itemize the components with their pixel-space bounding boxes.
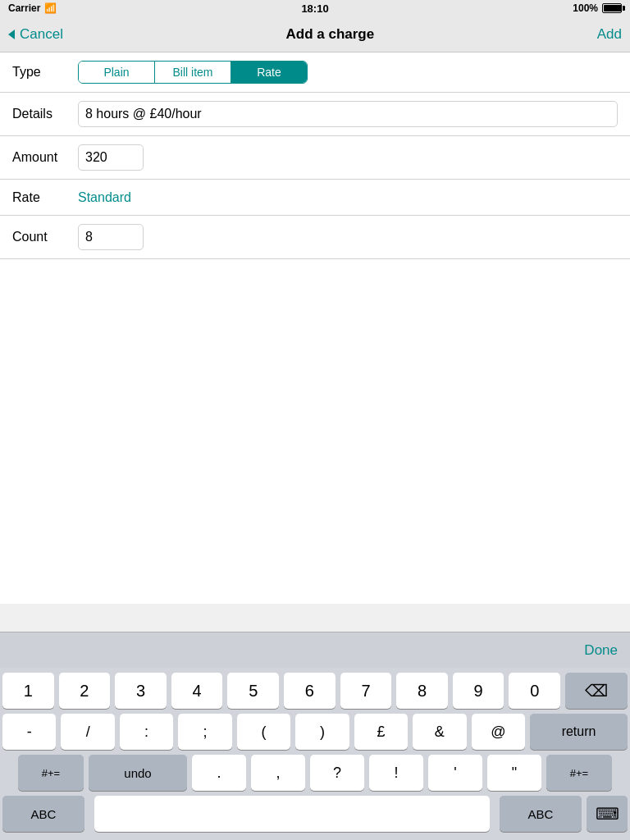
key-9[interactable]: 9 <box>453 673 504 709</box>
rate-value-container: Standard <box>78 190 618 205</box>
key-dash[interactable]: - <box>2 714 56 750</box>
key-3[interactable]: 3 <box>115 673 167 709</box>
back-chevron-icon <box>8 30 15 39</box>
key-colon[interactable]: : <box>120 714 173 750</box>
key-at[interactable]: @ <box>472 714 525 750</box>
key-period[interactable]: . <box>192 755 246 791</box>
key-space[interactable] <box>94 796 490 832</box>
type-value: Plain Bill item Rate <box>78 61 618 84</box>
type-segmented-control: Plain Bill item Rate <box>78 61 308 84</box>
count-row: Count <box>0 216 630 259</box>
status-bar: Carrier 📶 18:10 100% <box>0 0 630 16</box>
key-6[interactable]: 6 <box>284 673 336 709</box>
done-button[interactable]: Done <box>584 642 618 659</box>
type-row: Type Plain Bill item Rate <box>0 52 630 93</box>
return-key[interactable]: return <box>530 714 628 750</box>
backspace-key[interactable]: ⌫ <box>565 673 628 709</box>
key-5[interactable]: 5 <box>227 673 279 709</box>
key-pound[interactable]: £ <box>354 714 408 750</box>
key-close-paren[interactable]: ) <box>295 714 349 750</box>
details-value-container <box>78 101 618 127</box>
key-0[interactable]: 0 <box>509 673 560 709</box>
count-label: Count <box>12 230 78 244</box>
status-left: Carrier 📶 <box>8 2 57 14</box>
battery-icon <box>602 3 622 13</box>
keyboard: 1 2 3 4 5 6 7 8 9 0 ⌫ - / : ; ( ) £ & @ … <box>0 668 630 840</box>
rate-row: Rate Standard <box>0 180 630 216</box>
add-button[interactable]: Add <box>597 26 622 43</box>
seg-plain[interactable]: Plain <box>79 62 155 83</box>
page-title: Add a charge <box>285 26 374 43</box>
amount-label: Amount <box>12 150 78 165</box>
keyboard-container: Done 1 2 3 4 5 6 7 8 9 0 ⌫ - / : ; ( ) £… <box>0 632 630 840</box>
key-apostrophe[interactable]: ' <box>428 755 482 791</box>
key-hashplus2[interactable]: #+= <box>546 755 612 791</box>
count-input[interactable] <box>78 224 144 250</box>
count-value-container <box>78 224 618 250</box>
key-8[interactable]: 8 <box>396 673 448 709</box>
key-abc-right[interactable]: ABC <box>500 796 582 832</box>
key-semicolon[interactable]: ; <box>178 714 231 750</box>
key-1[interactable]: 1 <box>2 673 54 709</box>
key-undo[interactable]: undo <box>89 755 187 791</box>
status-right: 100% <box>573 2 622 14</box>
key-slash[interactable]: / <box>61 714 114 750</box>
key-7[interactable]: 7 <box>340 673 392 709</box>
details-label: Details <box>12 107 78 121</box>
key-abc-left[interactable]: ABC <box>2 796 84 832</box>
key-quote[interactable]: " <box>487 755 541 791</box>
key-2[interactable]: 2 <box>59 673 111 709</box>
seg-rate[interactable]: Rate <box>231 62 307 83</box>
content-area <box>0 259 630 604</box>
wifi-icon: 📶 <box>44 2 57 14</box>
status-time: 18:10 <box>301 2 328 15</box>
seg-bill-item[interactable]: Bill item <box>155 62 231 83</box>
details-input[interactable] <box>78 101 618 127</box>
key-hashplus[interactable]: #+= <box>18 755 84 791</box>
battery-percent: 100% <box>573 2 598 14</box>
form-section: Type Plain Bill item Rate Details Amount… <box>0 52 630 259</box>
key-ampersand[interactable]: & <box>413 714 466 750</box>
key-row-symbols: - / : ; ( ) £ & @ return <box>2 714 628 750</box>
type-label: Type <box>12 65 78 80</box>
details-row: Details <box>0 93 630 136</box>
key-keyboard[interactable]: ⌨ <box>587 796 628 832</box>
key-4[interactable]: 4 <box>171 673 223 709</box>
cancel-label: Cancel <box>20 26 63 43</box>
amount-row: Amount <box>0 136 630 180</box>
battery-fill <box>604 5 622 11</box>
key-row-numbers: 1 2 3 4 5 6 7 8 9 0 ⌫ <box>2 673 628 709</box>
amount-input[interactable] <box>78 144 144 171</box>
key-exclaim[interactable]: ! <box>369 755 423 791</box>
rate-label: Rate <box>12 190 78 205</box>
cancel-button[interactable]: Cancel <box>8 26 63 43</box>
key-open-paren[interactable]: ( <box>237 714 290 750</box>
key-comma[interactable]: , <box>251 755 305 791</box>
keyboard-toolbar: Done <box>0 632 630 668</box>
key-row-bottom: ABC ABC ⌨ <box>2 796 628 832</box>
rate-link[interactable]: Standard <box>78 190 131 204</box>
key-row-more: #+= undo . , ? ! ' " #+= <box>2 755 628 791</box>
nav-bar: Cancel Add a charge Add <box>0 16 630 52</box>
amount-value-container <box>78 144 618 171</box>
carrier-label: Carrier <box>8 2 40 14</box>
key-question[interactable]: ? <box>310 755 364 791</box>
